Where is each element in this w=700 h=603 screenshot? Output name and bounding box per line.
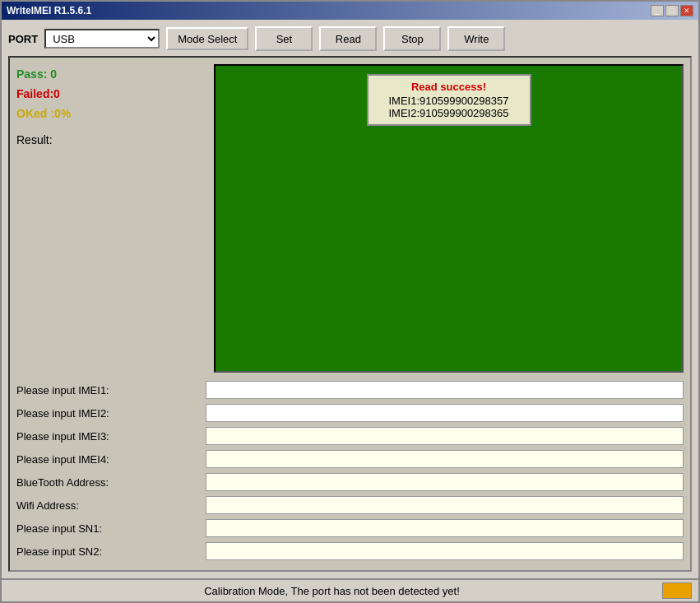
field-input-4[interactable] <box>206 473 684 491</box>
fields-section: Please input IMEI1:Please input IMEI2:Pl… <box>16 378 684 564</box>
stop-button[interactable]: Stop <box>383 26 441 51</box>
field-input-1[interactable] <box>206 404 684 422</box>
field-row-4: BlueTooth Address: <box>16 473 684 491</box>
port-label: PORT <box>8 33 38 45</box>
top-section: Pass: 0 Failed:0 OKed :0% Result: Read s… <box>16 64 684 373</box>
field-row-0: Please input IMEI1: <box>16 381 684 399</box>
write-button[interactable]: Write <box>447 26 505 51</box>
field-input-2[interactable] <box>206 427 684 445</box>
field-row-5: Wifi Address: <box>16 496 684 514</box>
minimize-button[interactable]: _ <box>651 5 664 16</box>
status-text: Calibration Mode, The port has not been … <box>8 585 656 597</box>
set-button[interactable]: Set <box>255 26 313 51</box>
failed-stat: Failed:0 <box>16 87 206 100</box>
field-label-7: Please input SN2: <box>16 545 206 558</box>
main-window: WriteIMEI R1.5.6.1 _ □ ✕ PORT USBCOM1COM… <box>0 0 700 603</box>
main-frame: Pass: 0 Failed:0 OKed :0% Result: Read s… <box>8 56 692 572</box>
field-label-4: BlueTooth Address: <box>16 476 206 489</box>
field-input-6[interactable] <box>206 519 684 537</box>
imei2-result: IMEI2:910599900298365 <box>378 107 520 119</box>
field-input-7[interactable] <box>206 542 684 560</box>
field-input-0[interactable] <box>206 381 684 399</box>
pass-stat: Pass: 0 <box>16 67 206 81</box>
field-label-6: Please input SN1: <box>16 522 206 535</box>
imei1-result: IMEI1:910599900298357 <box>378 95 520 107</box>
status-bar: Calibration Mode, The port has not been … <box>2 578 698 601</box>
title-bar-controls: _ □ ✕ <box>651 5 693 16</box>
field-label-0: Please input IMEI1: <box>16 384 206 397</box>
result-label: Result: <box>16 133 206 146</box>
status-indicator <box>662 582 692 599</box>
field-row-3: Please input IMEI4: <box>16 450 684 468</box>
field-input-3[interactable] <box>206 450 684 468</box>
field-row-2: Please input IMEI3: <box>16 427 684 445</box>
ok-stat: OKed :0% <box>16 107 206 120</box>
field-input-5[interactable] <box>206 496 684 514</box>
field-label-1: Please input IMEI2: <box>16 407 206 420</box>
maximize-button[interactable]: □ <box>665 5 679 16</box>
field-row-1: Please input IMEI2: <box>16 404 684 422</box>
close-button[interactable]: ✕ <box>680 5 693 16</box>
content-area: PORT USBCOM1COM2COM3 Mode Select Set Rea… <box>2 20 698 578</box>
toolbar: PORT USBCOM1COM2COM3 Mode Select Set Rea… <box>8 26 692 51</box>
read-success-box: Read success! IMEI1:910599900298357 IMEI… <box>367 74 531 126</box>
field-label-3: Please input IMEI4: <box>16 453 206 466</box>
read-success-title: Read success! <box>378 81 520 93</box>
window-title: WriteIMEI R1.5.6.1 <box>7 5 91 16</box>
field-row-6: Please input SN1: <box>16 519 684 537</box>
field-label-5: Wifi Address: <box>16 499 206 512</box>
read-button[interactable]: Read <box>319 26 377 51</box>
title-bar: WriteIMEI R1.5.6.1 _ □ ✕ <box>2 2 698 20</box>
mode-select-button[interactable]: Mode Select <box>166 27 248 50</box>
green-display: Read success! IMEI1:910599900298357 IMEI… <box>214 64 684 373</box>
port-select[interactable]: USBCOM1COM2COM3 <box>44 29 160 49</box>
field-label-2: Please input IMEI3: <box>16 430 206 443</box>
stats-panel: Pass: 0 Failed:0 OKed :0% Result: <box>16 64 206 373</box>
field-row-7: Please input SN2: <box>16 542 684 560</box>
